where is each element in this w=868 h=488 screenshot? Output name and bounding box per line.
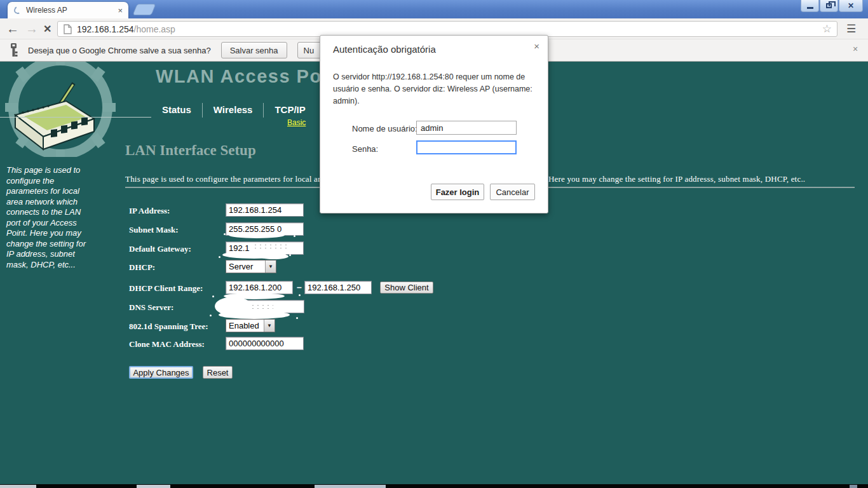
ip-address-label: IP Address: bbox=[129, 206, 170, 216]
password-label: Senha: bbox=[352, 144, 378, 154]
dhcp-label: DHCP: bbox=[129, 262, 155, 273]
browser-window: Wireless AP × ✕ ← → ✕ 192.168.1.254/home… bbox=[0, 0, 868, 488]
dhcp-range-from-input[interactable] bbox=[226, 281, 293, 294]
close-icon: ✕ bbox=[848, 2, 854, 10]
close-button[interactable]: ✕ bbox=[839, 0, 863, 12]
dialog-title: Autenticação obrigatória bbox=[333, 44, 436, 55]
login-button[interactable]: Fazer login bbox=[431, 184, 484, 200]
nav-tab-wireless[interactable]: Wireless bbox=[202, 103, 264, 118]
save-password-button[interactable]: Salvar senha bbox=[221, 42, 287, 58]
chrome-menu-icon[interactable]: ☰ bbox=[846, 22, 855, 36]
site-header-title: WLAN Access Point bbox=[156, 66, 348, 87]
url-text: 192.168.1.254/home.asp bbox=[77, 24, 175, 34]
back-icon[interactable]: ← bbox=[6, 21, 19, 36]
redaction-scribble-gateway bbox=[221, 232, 291, 262]
taskbar-sliver bbox=[0, 484, 868, 488]
nav-tab-tcpip[interactable]: TCP/IP bbox=[263, 103, 316, 118]
dhcp-range-label: DHCP Client Range: bbox=[129, 283, 203, 294]
spanning-tree-label: 802.1d Spanning Tree: bbox=[129, 322, 208, 332]
auth-dialog: × Autenticação obrigatória O servidor ht… bbox=[320, 35, 548, 214]
default-gateway-label: Default Gateway: bbox=[129, 244, 191, 254]
new-tab-button[interactable] bbox=[132, 4, 156, 15]
router-logo bbox=[0, 62, 127, 157]
infobar-close-icon[interactable]: × bbox=[853, 44, 858, 54]
username-input[interactable] bbox=[416, 121, 517, 135]
bookmark-star-icon[interactable]: ☆ bbox=[822, 22, 832, 36]
restore-button[interactable] bbox=[820, 0, 838, 12]
apply-changes-button[interactable]: Apply Changes bbox=[129, 366, 193, 379]
page-icon bbox=[64, 24, 72, 34]
spanning-tree-select-value: Enabled bbox=[226, 321, 264, 330]
key-icon bbox=[8, 43, 19, 58]
minimize-button[interactable] bbox=[801, 0, 819, 12]
redaction-scribble-dns bbox=[215, 293, 297, 321]
subnet-mask-label: Subnet Mask: bbox=[129, 225, 179, 235]
clone-mac-input[interactable] bbox=[226, 337, 304, 350]
ip-address-input[interactable] bbox=[226, 203, 304, 217]
password-input[interactable] bbox=[416, 140, 517, 154]
forward-icon: → bbox=[25, 21, 38, 36]
minimize-icon bbox=[807, 7, 813, 9]
dhcp-select-value: Server bbox=[226, 262, 265, 271]
dropdown-arrow-icon[interactable]: ▼ bbox=[264, 320, 275, 332]
main-nav: Status Wireless TCP/IP bbox=[151, 103, 316, 118]
reset-button[interactable]: Reset bbox=[203, 366, 233, 379]
loading-spinner-icon bbox=[13, 5, 22, 15]
stop-icon[interactable]: ✕ bbox=[43, 21, 51, 37]
page-title: LAN Interface Setup bbox=[125, 142, 256, 159]
nav-underline bbox=[0, 117, 151, 118]
show-client-button[interactable]: Show Client bbox=[380, 281, 433, 294]
username-label: Nome de usuário: bbox=[352, 124, 417, 133]
url-path: /home.asp bbox=[134, 24, 175, 34]
window-controls: ✕ bbox=[800, 0, 863, 12]
tab-close-icon[interactable]: × bbox=[118, 6, 123, 15]
sidebar-help-text: This page is used to configure the param… bbox=[6, 165, 93, 270]
title-bar: Wireless AP × ✕ bbox=[0, 0, 868, 18]
cancel-button[interactable]: Cancelar bbox=[490, 184, 535, 200]
tab-title: Wireless AP bbox=[26, 6, 118, 15]
url-host: 192.168.1.254 bbox=[77, 24, 134, 34]
dialog-close-icon[interactable]: × bbox=[534, 41, 539, 51]
browser-tab[interactable]: Wireless AP × bbox=[8, 2, 128, 18]
clone-mac-label: Clone MAC Address: bbox=[129, 339, 205, 349]
infobar-message: Deseja que o Google Chrome salve a sua s… bbox=[28, 46, 211, 55]
nav-tab-status[interactable]: Status bbox=[151, 103, 202, 118]
nav-sublink-basic[interactable]: Basic bbox=[287, 118, 306, 127]
dialog-message: O servidor http://192.168.1.254:80 reque… bbox=[333, 71, 539, 107]
spanning-tree-select[interactable]: Enabled ▼ bbox=[226, 319, 275, 332]
restore-icon bbox=[826, 3, 832, 8]
range-dash: – bbox=[297, 282, 302, 292]
dhcp-range-to-input[interactable] bbox=[304, 281, 372, 294]
dns-server-label: DNS Server: bbox=[129, 302, 173, 313]
